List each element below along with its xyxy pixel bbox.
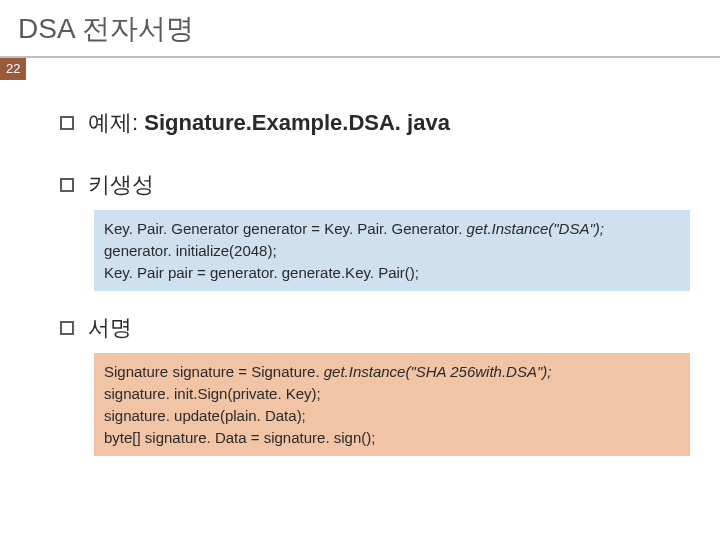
code-block-keygen: Key. Pair. Generator generator = Key. Pa… [94, 210, 690, 291]
code1-line1a: Key. Pair. Generator generator = Key. Pa… [104, 220, 467, 237]
bullet-3-text: 서명 [88, 313, 132, 343]
code1-line1b: get.Instance("DSA"); [467, 220, 604, 237]
slide-title: DSA 전자서명 [0, 10, 720, 54]
code2-line2: signature. init.Sign(private. Key); [104, 385, 321, 402]
code2-line4: byte[] signature. Data = signature. sign… [104, 429, 375, 446]
code2-line1a: Signature signature = Signature. [104, 363, 324, 380]
bullet-icon [60, 178, 74, 192]
bullet-1: 예제: Signature.Example.DSA. java [60, 108, 690, 138]
code2-line3: signature. update(plain. Data); [104, 407, 306, 424]
slide: DSA 전자서명 22 예제: Signature.Example.DSA. j… [0, 0, 720, 540]
content-area: 예제: Signature.Example.DSA. java 키생성 Key.… [0, 80, 720, 456]
code1-line3: Key. Pair pair = generator. generate.Key… [104, 264, 419, 281]
page-tag-row: 22 [0, 58, 720, 80]
bullet-icon [60, 116, 74, 130]
bullet-1-prefix: 예제: [88, 110, 144, 135]
bullet-1-bold: Signature.Example.DSA. java [144, 110, 450, 135]
code2-line1b: get.Instance("SHA 256with.DSA"); [324, 363, 552, 380]
bullet-icon [60, 321, 74, 335]
bullet-1-text: 예제: Signature.Example.DSA. java [88, 108, 450, 138]
bullet-3: 서명 [60, 313, 690, 343]
code-block-sign: Signature signature = Signature. get.Ins… [94, 353, 690, 456]
bullet-2-text: 키생성 [88, 170, 154, 200]
bullet-2: 키생성 [60, 170, 690, 200]
page-number-badge: 22 [0, 58, 26, 80]
code1-line2: generator. initialize(2048); [104, 242, 277, 259]
